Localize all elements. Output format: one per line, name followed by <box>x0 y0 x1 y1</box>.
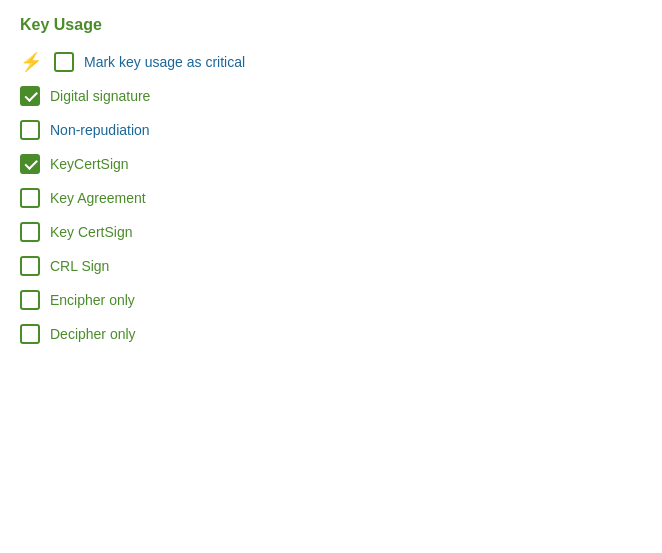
checkbox-encipher-only[interactable] <box>20 290 40 310</box>
checkbox-key-agreement[interactable] <box>20 188 40 208</box>
label-key-cert-sign: KeyCertSign <box>50 156 129 172</box>
lightning-icon: ⚡ <box>20 53 42 71</box>
label-non-repudiation: Non-repudiation <box>50 122 150 138</box>
label-critical: Mark key usage as critical <box>84 54 245 70</box>
checkbox-row-digital-signature: Digital signature <box>20 86 642 106</box>
label-crl-sign: CRL Sign <box>50 258 109 274</box>
checkbox-non-repudiation[interactable] <box>20 120 40 140</box>
section-title: Key Usage <box>20 16 642 34</box>
label-digital-signature: Digital signature <box>50 88 150 104</box>
label-key-agreement: Key Agreement <box>50 190 146 206</box>
checkbox-row-key-agreement: Key Agreement <box>20 188 642 208</box>
checkbox-row-crl-sign: CRL Sign <box>20 256 642 276</box>
checkbox-crl-sign[interactable] <box>20 256 40 276</box>
checkbox-row-critical: ⚡Mark key usage as critical <box>20 52 642 72</box>
checkbox-row-key-certsign: Key CertSign <box>20 222 642 242</box>
checkbox-key-certsign[interactable] <box>20 222 40 242</box>
checkbox-key-cert-sign[interactable] <box>20 154 40 174</box>
checkbox-row-non-repudiation: Non-repudiation <box>20 120 642 140</box>
checkbox-row-decipher-only: Decipher only <box>20 324 642 344</box>
checkbox-row-key-cert-sign: KeyCertSign <box>20 154 642 174</box>
checkbox-critical[interactable] <box>54 52 74 72</box>
label-key-certsign: Key CertSign <box>50 224 132 240</box>
label-decipher-only: Decipher only <box>50 326 136 342</box>
label-encipher-only: Encipher only <box>50 292 135 308</box>
checkbox-digital-signature[interactable] <box>20 86 40 106</box>
checkbox-row-encipher-only: Encipher only <box>20 290 642 310</box>
checkbox-decipher-only[interactable] <box>20 324 40 344</box>
